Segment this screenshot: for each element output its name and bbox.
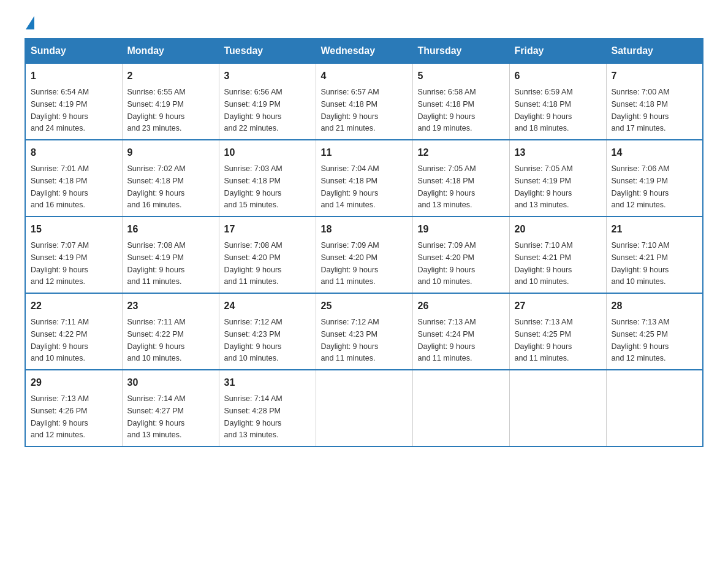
calendar-day-cell: 4 Sunrise: 6:57 AM Sunset: 4:18 PM Dayli… xyxy=(316,63,412,140)
day-info: Sunrise: 7:00 AM Sunset: 4:18 PM Dayligh… xyxy=(612,88,670,132)
calendar-day-cell: 20 Sunrise: 7:10 AM Sunset: 4:21 PM Dayl… xyxy=(509,216,606,293)
day-info: Sunrise: 7:09 AM Sunset: 4:20 PM Dayligh… xyxy=(321,241,379,286)
calendar-day-cell: 9 Sunrise: 7:02 AM Sunset: 4:18 PM Dayli… xyxy=(122,140,219,216)
calendar-day-cell: 17 Sunrise: 7:08 AM Sunset: 4:20 PM Dayl… xyxy=(219,216,316,293)
day-number: 9 xyxy=(127,145,214,160)
day-info: Sunrise: 6:59 AM Sunset: 4:18 PM Dayligh… xyxy=(515,88,573,132)
calendar-day-cell: 14 Sunrise: 7:06 AM Sunset: 4:19 PM Dayl… xyxy=(606,140,703,216)
day-info: Sunrise: 7:08 AM Sunset: 4:19 PM Dayligh… xyxy=(127,241,186,286)
logo-triangle-icon xyxy=(26,16,34,29)
day-number: 17 xyxy=(224,222,311,237)
calendar-day-cell: 2 Sunrise: 6:55 AM Sunset: 4:19 PM Dayli… xyxy=(122,63,219,140)
calendar-week-row: 29 Sunrise: 7:13 AM Sunset: 4:26 PM Dayl… xyxy=(25,370,703,446)
calendar-header-monday: Monday xyxy=(122,39,219,63)
calendar-day-cell: 3 Sunrise: 6:56 AM Sunset: 4:19 PM Dayli… xyxy=(219,63,316,140)
calendar-header-friday: Friday xyxy=(509,39,606,63)
day-info: Sunrise: 7:10 AM Sunset: 4:21 PM Dayligh… xyxy=(612,241,670,286)
day-info: Sunrise: 7:09 AM Sunset: 4:20 PM Dayligh… xyxy=(418,241,476,286)
day-info: Sunrise: 7:06 AM Sunset: 4:19 PM Dayligh… xyxy=(612,164,670,209)
calendar-day-cell: 27 Sunrise: 7:13 AM Sunset: 4:25 PM Dayl… xyxy=(509,293,606,370)
day-info: Sunrise: 7:03 AM Sunset: 4:18 PM Dayligh… xyxy=(224,164,282,209)
day-info: Sunrise: 7:05 AM Sunset: 4:19 PM Dayligh… xyxy=(515,164,573,209)
calendar-day-cell: 26 Sunrise: 7:13 AM Sunset: 4:24 PM Dayl… xyxy=(412,293,509,370)
day-number: 16 xyxy=(127,222,214,237)
day-number: 4 xyxy=(321,69,408,83)
day-number: 3 xyxy=(224,69,311,83)
day-info: Sunrise: 7:11 AM Sunset: 4:22 PM Dayligh… xyxy=(127,318,186,362)
day-number: 22 xyxy=(31,299,117,313)
day-info: Sunrise: 7:11 AM Sunset: 4:22 PM Dayligh… xyxy=(31,318,89,362)
calendar-day-cell: 8 Sunrise: 7:01 AM Sunset: 4:18 PM Dayli… xyxy=(25,140,122,216)
day-info: Sunrise: 7:13 AM Sunset: 4:26 PM Dayligh… xyxy=(31,394,89,439)
calendar-day-cell xyxy=(509,370,606,446)
header xyxy=(25,18,703,29)
day-number: 21 xyxy=(612,222,698,237)
calendar-day-cell: 10 Sunrise: 7:03 AM Sunset: 4:18 PM Dayl… xyxy=(219,140,316,216)
calendar-day-cell xyxy=(316,370,412,446)
calendar-day-cell: 13 Sunrise: 7:05 AM Sunset: 4:19 PM Dayl… xyxy=(509,140,606,216)
calendar-day-cell: 16 Sunrise: 7:08 AM Sunset: 4:19 PM Dayl… xyxy=(122,216,219,293)
day-number: 27 xyxy=(515,299,601,313)
day-number: 19 xyxy=(418,222,504,237)
calendar-week-row: 1 Sunrise: 6:54 AM Sunset: 4:19 PM Dayli… xyxy=(25,63,703,140)
day-number: 24 xyxy=(224,299,311,313)
calendar-day-cell: 30 Sunrise: 7:14 AM Sunset: 4:27 PM Dayl… xyxy=(122,370,219,446)
day-info: Sunrise: 6:56 AM Sunset: 4:19 PM Dayligh… xyxy=(224,88,282,132)
day-info: Sunrise: 7:01 AM Sunset: 4:18 PM Dayligh… xyxy=(31,164,89,209)
day-info: Sunrise: 7:07 AM Sunset: 4:19 PM Dayligh… xyxy=(31,241,89,286)
calendar-week-row: 15 Sunrise: 7:07 AM Sunset: 4:19 PM Dayl… xyxy=(25,216,703,293)
day-number: 20 xyxy=(515,222,601,237)
day-info: Sunrise: 7:13 AM Sunset: 4:25 PM Dayligh… xyxy=(515,318,573,362)
day-number: 31 xyxy=(224,375,311,390)
day-info: Sunrise: 7:02 AM Sunset: 4:18 PM Dayligh… xyxy=(127,164,186,209)
day-number: 15 xyxy=(31,222,117,237)
calendar-day-cell: 5 Sunrise: 6:58 AM Sunset: 4:18 PM Dayli… xyxy=(412,63,509,140)
calendar-table: SundayMondayTuesdayWednesdayThursdayFrid… xyxy=(25,38,703,447)
calendar-header-row: SundayMondayTuesdayWednesdayThursdayFrid… xyxy=(25,39,703,63)
day-number: 1 xyxy=(31,69,117,83)
calendar-day-cell: 22 Sunrise: 7:11 AM Sunset: 4:22 PM Dayl… xyxy=(25,293,122,370)
day-info: Sunrise: 6:57 AM Sunset: 4:18 PM Dayligh… xyxy=(321,88,379,132)
calendar-day-cell: 1 Sunrise: 6:54 AM Sunset: 4:19 PM Dayli… xyxy=(25,63,122,140)
day-info: Sunrise: 7:08 AM Sunset: 4:20 PM Dayligh… xyxy=(224,241,282,286)
day-info: Sunrise: 7:14 AM Sunset: 4:28 PM Dayligh… xyxy=(224,394,282,439)
day-number: 6 xyxy=(515,69,601,83)
day-number: 29 xyxy=(31,375,117,390)
calendar-day-cell: 31 Sunrise: 7:14 AM Sunset: 4:28 PM Dayl… xyxy=(219,370,316,446)
calendar-day-cell xyxy=(606,370,703,446)
day-number: 28 xyxy=(612,299,698,313)
day-number: 5 xyxy=(418,69,504,83)
calendar-day-cell: 28 Sunrise: 7:13 AM Sunset: 4:25 PM Dayl… xyxy=(606,293,703,370)
day-number: 10 xyxy=(224,145,311,160)
calendar-header-thursday: Thursday xyxy=(412,39,509,63)
day-number: 8 xyxy=(31,145,117,160)
calendar-day-cell: 7 Sunrise: 7:00 AM Sunset: 4:18 PM Dayli… xyxy=(606,63,703,140)
day-info: Sunrise: 7:12 AM Sunset: 4:23 PM Dayligh… xyxy=(224,318,282,362)
calendar-day-cell: 6 Sunrise: 6:59 AM Sunset: 4:18 PM Dayli… xyxy=(509,63,606,140)
day-number: 30 xyxy=(127,375,214,390)
calendar-week-row: 8 Sunrise: 7:01 AM Sunset: 4:18 PM Dayli… xyxy=(25,140,703,216)
calendar-day-cell: 11 Sunrise: 7:04 AM Sunset: 4:18 PM Dayl… xyxy=(316,140,412,216)
calendar-header-wednesday: Wednesday xyxy=(316,39,412,63)
day-number: 13 xyxy=(515,145,601,160)
calendar-day-cell: 15 Sunrise: 7:07 AM Sunset: 4:19 PM Dayl… xyxy=(25,216,122,293)
calendar-day-cell: 25 Sunrise: 7:12 AM Sunset: 4:23 PM Dayl… xyxy=(316,293,412,370)
day-info: Sunrise: 7:04 AM Sunset: 4:18 PM Dayligh… xyxy=(321,164,379,209)
calendar-day-cell: 21 Sunrise: 7:10 AM Sunset: 4:21 PM Dayl… xyxy=(606,216,703,293)
calendar-day-cell: 12 Sunrise: 7:05 AM Sunset: 4:18 PM Dayl… xyxy=(412,140,509,216)
day-number: 14 xyxy=(612,145,698,160)
day-number: 11 xyxy=(321,145,408,160)
calendar-week-row: 22 Sunrise: 7:11 AM Sunset: 4:22 PM Dayl… xyxy=(25,293,703,370)
day-number: 7 xyxy=(612,69,698,83)
day-info: Sunrise: 6:55 AM Sunset: 4:19 PM Dayligh… xyxy=(127,88,186,132)
day-info: Sunrise: 7:10 AM Sunset: 4:21 PM Dayligh… xyxy=(515,241,573,286)
calendar-day-cell xyxy=(412,370,509,446)
calendar-day-cell: 24 Sunrise: 7:12 AM Sunset: 4:23 PM Dayl… xyxy=(219,293,316,370)
day-info: Sunrise: 7:14 AM Sunset: 4:27 PM Dayligh… xyxy=(127,394,186,439)
day-number: 23 xyxy=(127,299,214,313)
day-info: Sunrise: 6:54 AM Sunset: 4:19 PM Dayligh… xyxy=(31,88,89,132)
day-number: 26 xyxy=(418,299,504,313)
day-info: Sunrise: 7:13 AM Sunset: 4:25 PM Dayligh… xyxy=(612,318,670,362)
day-info: Sunrise: 6:58 AM Sunset: 4:18 PM Dayligh… xyxy=(418,88,476,132)
day-number: 25 xyxy=(321,299,408,313)
